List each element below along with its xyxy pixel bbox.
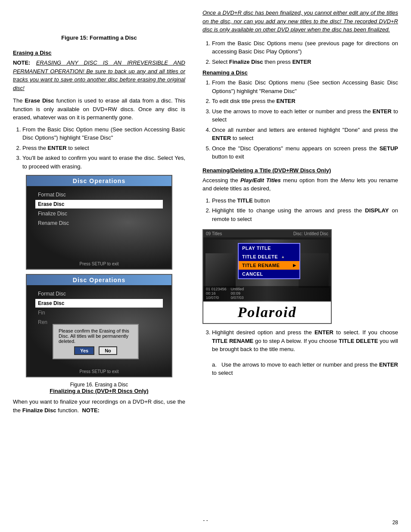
- title-info-left: 01 0123456 00:16 10/07/0: [206, 287, 227, 300]
- erase-bold: Erase Disc: [25, 97, 54, 104]
- erase-intro-text: The Erase Disc function is used to erase…: [13, 96, 185, 122]
- disc-ops2-item-fin: Fin: [35, 308, 163, 317]
- confirm-buttons: Yes No: [59, 346, 133, 355]
- fig16-caption: Figure 16. Erasing a Disc: [13, 382, 185, 388]
- title-menu-rename: TITLE RENAME▶: [239, 261, 299, 270]
- disc-ops-title-1: Disc Operations: [27, 176, 171, 186]
- figure15-caption: Figure 15: Formatting a Disc: [13, 34, 185, 41]
- rename-step-3: Use the arrows to move to each letter or…: [212, 107, 398, 124]
- finalize-step-2: Select Finalize Disc then press ENTER: [212, 58, 398, 66]
- step3-container: Highlight desired option and press the E…: [202, 328, 398, 354]
- title-info-row: 01 0123456 00:16 10/07/0 Untitled 00:09 …: [203, 286, 331, 301]
- note-label: NOTE:: [13, 59, 30, 66]
- rename-steps-list: From the Basic Disc Options menu (See se…: [202, 78, 398, 161]
- disc-ops-item-finalize: Finalize Disc: [35, 209, 163, 218]
- title-info-right: Untitled 00:09 0/07/03: [231, 287, 244, 300]
- step-a-text: a. Use the arrows to move to each letter…: [212, 361, 398, 377]
- note-italic: ERASING ANY DISC IS AN IRREVERSIBLE AND …: [13, 59, 185, 91]
- erasing-disc-title: Erasing a Disc: [13, 50, 185, 56]
- polaroid-logo-area: Polaroid: [203, 302, 331, 323]
- left-column: Figure 15: Formatting a Disc Erasing a D…: [13, 9, 194, 523]
- page-number: 28: [392, 520, 398, 526]
- finalize-disc-bold: Finalize Disc: [22, 407, 56, 414]
- rename-step-1: From the Basic Disc Options menu (See se…: [212, 78, 398, 95]
- disc-ops-item-rename: Rename Disc: [35, 219, 163, 227]
- rename-delete-step-1: Press the TITLE button: [212, 196, 398, 205]
- rename-delete-step-2: Highlight title to change using the arro…: [212, 206, 398, 223]
- finalizing-text: When you want to finalize your recording…: [13, 398, 185, 414]
- renaming-disc-title: Renaming a Disc: [202, 69, 398, 76]
- disc-ops-screenshot-2: Disc Operations Format Disc Erase Disc F…: [26, 274, 172, 377]
- title-header-right: Disc: Untitled Disc: [293, 231, 328, 236]
- menu-italic: Menu: [340, 177, 355, 184]
- title-menu-delete: TITLE DELETE ▲: [239, 252, 299, 261]
- rename-delete-section: Renaming/Deleting a Title (DVD+RW Discs …: [202, 167, 398, 224]
- disc-ops2-item-format: Format Disc: [35, 289, 163, 298]
- play-edit-bold: Play/Edit Titles: [240, 177, 281, 184]
- note2-label: NOTE:: [82, 407, 99, 414]
- right-column: Once a DVD+R disc has been finalized, yo…: [194, 9, 398, 523]
- disc-ops-menu-1: Format Disc Erase Disc Finalize Disc Ren…: [27, 186, 171, 233]
- note-block: NOTE: ERASING ANY DISC IS AN IRREVERSIBL…: [13, 59, 185, 92]
- title-header-left: 09 Titles: [206, 231, 222, 236]
- confirm-yes[interactable]: Yes: [74, 346, 94, 355]
- finalize-step-1: From the Basic Disc Options menu (see pr…: [212, 39, 398, 56]
- rename-step-4: Once all number and letters are entered …: [212, 126, 398, 143]
- erase-steps-list: From the Basic Disc Option menu (See sec…: [13, 125, 185, 171]
- title-rename-screenshot: 09 Titles Disc: Untitled Disc PLAY TITLE…: [202, 229, 332, 324]
- disc-ops2-item-erase: Erase Disc: [35, 299, 163, 308]
- disc-ops-title-2: Disc Operations: [27, 275, 171, 285]
- disc-ops-menu-2: Format Disc Erase Disc Fin Ren: [27, 285, 171, 332]
- step3-list: Highlight desired option and press the E…: [202, 328, 398, 354]
- confirm-no[interactable]: No: [99, 346, 117, 355]
- press-setup-1: Press SETUP to exit: [27, 261, 171, 266]
- dvd-finalized-note: Once a DVD+R disc has been finalized, yo…: [202, 9, 398, 34]
- renaming-disc-section: Renaming a Disc From the Basic Disc Opti…: [202, 69, 398, 161]
- rename-delete-steps-list: Press the TITLE button Highlight title t…: [202, 196, 398, 224]
- disc-ops-screenshot-1: Disc Operations Format Disc Erase Disc F…: [26, 175, 172, 270]
- step-a-container: a. Use the arrows to move to each letter…: [212, 361, 398, 377]
- rename-delete-title: Renaming/Deleting a Title (DVD+RW Discs …: [202, 167, 398, 174]
- page-separator: - -: [203, 517, 208, 523]
- erase-step-3: You'll be asked to confirm you want to e…: [22, 154, 185, 171]
- title-menu-play: PLAY TITLE: [239, 244, 299, 252]
- title-menu-overlay: PLAY TITLE TITLE DELETE ▲ TITLE RENAME▶ …: [238, 243, 300, 279]
- press-setup-2: Press SETUP to exit: [27, 369, 171, 374]
- erase-step-2: Press the ENTER to select: [22, 144, 185, 152]
- step3-item: Highlight desired option and press the E…: [212, 328, 398, 354]
- title-menu-cancel: CANCEL: [239, 270, 299, 278]
- disc-ops2-item-ren: Ren: [35, 318, 163, 327]
- finalizing-title: Finalizing a Disc (DVD+R Discs Only): [13, 388, 185, 394]
- rename-delete-intro: Accessing the Play/Edit Titles menu opti…: [202, 176, 398, 193]
- rename-step-5: Once the "Disc Operations" menu appears …: [212, 144, 398, 161]
- disc-ops-item-format: Format Disc: [35, 190, 163, 199]
- erase-step-1: From the Basic Disc Option menu (See sec…: [22, 125, 185, 142]
- polaroid-logo: Polaroid: [238, 304, 297, 320]
- rename-step-2: To edit disk title press the ENTER: [212, 97, 398, 106]
- disc-ops-item-erase: Erase Disc: [35, 200, 163, 208]
- finalize-steps-list: From the Basic Disc Options menu (see pr…: [202, 39, 398, 66]
